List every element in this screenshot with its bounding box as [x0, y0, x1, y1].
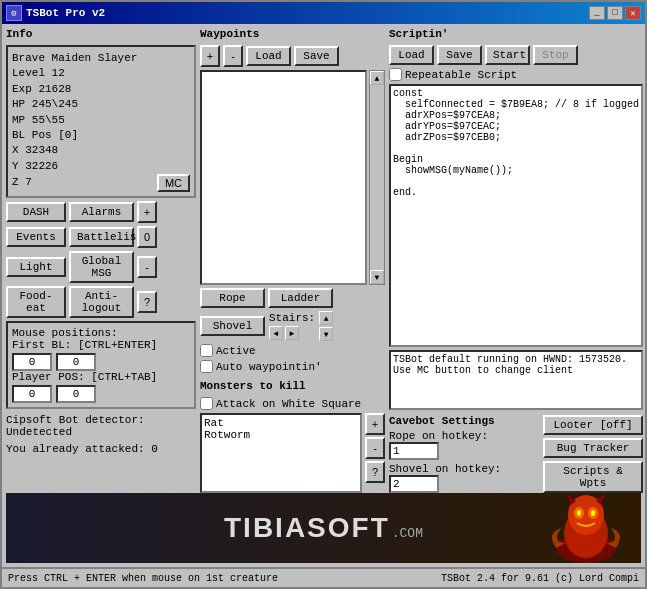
scripts-wpts-button[interactable]: Scripts & Wpts	[543, 461, 643, 493]
monster-item-rotworm: Rotworm	[204, 429, 358, 441]
waypoint-area-wrapper: ▲ ▼	[200, 70, 385, 285]
monster-add-button[interactable]: +	[365, 413, 385, 435]
banner-demon-image	[541, 493, 631, 563]
character-z: Z 7	[12, 175, 32, 190]
monster-remove-button[interactable]: -	[365, 437, 385, 459]
shovel-button[interactable]: Shovel	[200, 316, 265, 336]
anti-logout-button[interactable]: Anti-logout	[69, 286, 134, 318]
z-row: Z 7 MC	[12, 174, 190, 192]
stairs-updown: ▲ ▼	[319, 311, 333, 341]
light-button[interactable]: Light	[6, 257, 66, 277]
looter-button[interactable]: Looter [off]	[543, 415, 643, 435]
main-content: Info Brave Maiden Slayer Level 12 Exp 21…	[2, 24, 645, 567]
repeatable-label[interactable]: Repeatable Script	[389, 68, 643, 81]
ladder-button[interactable]: Ladder	[268, 288, 333, 308]
dash-button[interactable]: DASH	[6, 202, 66, 222]
script-stop-button[interactable]: Stop	[533, 45, 578, 65]
banner-com-text: .COM	[392, 526, 423, 541]
waypoint-save-button[interactable]: Save	[294, 46, 339, 66]
first-bl-y[interactable]	[56, 353, 96, 371]
scriptin-label: Scriptin'	[389, 28, 643, 40]
player-pos-coords	[12, 385, 190, 403]
log-area[interactable]: TSBot default running on HWND: 1573520. …	[389, 350, 643, 410]
bug-tracker-button[interactable]: Bug Tracker	[543, 438, 643, 458]
first-bl-coords	[12, 353, 190, 371]
script-btn-row: Load Save Start Stop	[389, 45, 643, 65]
active-label: Active	[216, 345, 256, 357]
mc-button[interactable]: MC	[157, 174, 190, 192]
svg-point-5	[577, 510, 581, 516]
active-checkbox-label[interactable]: Active	[200, 344, 385, 357]
attack-white-square-checkbox[interactable]	[200, 397, 213, 410]
auto-waypoint-checkbox[interactable]	[200, 360, 213, 373]
maximize-button[interactable]: □	[607, 6, 623, 20]
script-save-button[interactable]: Save	[437, 45, 482, 65]
first-bl-label: First BL: [CTRL+ENTER]	[12, 339, 190, 351]
panel-scriptin: Scriptin' Load Save Start Stop Repeatabl…	[389, 28, 643, 493]
repeatable-checkbox[interactable]	[389, 68, 402, 81]
window-title: TSBot Pro v2	[26, 7, 105, 19]
question-button[interactable]: ?	[137, 291, 157, 313]
stairs-up-btn[interactable]: ▲	[319, 311, 333, 325]
active-checkbox[interactable]	[200, 344, 213, 357]
stairs-scroll-row: ◄ ►	[269, 326, 315, 340]
monster-question-button[interactable]: ?	[365, 461, 385, 483]
monsters-list[interactable]: Rat Rotworm	[200, 413, 362, 493]
shovel-hotkey-row: Shovel on hotkey:	[389, 463, 539, 493]
cavebot-buttons: Looter [off] Bug Tracker Scripts & Wpts	[543, 415, 643, 493]
vscroll-down-btn[interactable]: ▼	[370, 270, 384, 284]
battlelist-button[interactable]: Battlelist	[69, 227, 134, 247]
minimize-button[interactable]: _	[589, 6, 605, 20]
rope-button[interactable]: Rope	[200, 288, 265, 308]
script-editor[interactable]: const selfConnected = $7B9EA8; // 8 if l…	[389, 84, 643, 347]
status-bar: Press CTRL + ENTER when mouse on 1st cre…	[2, 567, 645, 587]
main-window: ⚙ TSBot Pro v2 _ □ ✕ Info Brave Maiden S…	[0, 0, 647, 589]
attack-white-square-label[interactable]: Attack on White Square	[200, 397, 385, 410]
waypoint-load-button[interactable]: Load	[246, 46, 291, 66]
zero-button[interactable]: 0	[137, 226, 157, 248]
minus1-button[interactable]: -	[137, 256, 157, 278]
player-pos-y[interactable]	[56, 385, 96, 403]
script-load-button[interactable]: Load	[389, 45, 434, 65]
top-section: Info Brave Maiden Slayer Level 12 Exp 21…	[6, 28, 641, 493]
script-start-button[interactable]: Start	[485, 45, 530, 65]
plus1-button[interactable]: +	[137, 201, 157, 223]
script-content: const selfConnected = $7B9EA8; // 8 if l…	[393, 88, 639, 198]
cavebot-left: Cavebot Settings Rope on hotkey: Shovel …	[389, 415, 539, 493]
panel-info: Info Brave Maiden Slayer Level 12 Exp 21…	[6, 28, 196, 493]
food-eat-button[interactable]: Food-eat	[6, 286, 66, 318]
waypoint-remove-button[interactable]: -	[223, 45, 243, 67]
waypoint-add-button[interactable]: +	[200, 45, 220, 67]
stairs-down-btn[interactable]: ▼	[319, 327, 333, 341]
character-exp: Exp 21628	[12, 82, 190, 97]
status-left: Press CTRL + ENTER when mouse on 1st cre…	[8, 573, 278, 584]
banner-content: TIBIASOFT .COM	[224, 512, 423, 544]
events-button[interactable]: Events	[6, 227, 66, 247]
player-pos-label: Player POS: [CTRL+TAB]	[12, 371, 190, 383]
log-content: TSBot default running on HWND: 1573520. …	[393, 354, 639, 376]
alarms-button[interactable]: Alarms	[69, 202, 134, 222]
waypoint-list[interactable]	[200, 70, 367, 285]
shovel-hotkey-input[interactable]	[389, 475, 439, 493]
close-button[interactable]: ✕	[625, 6, 641, 20]
character-hp: HP 245\245	[12, 97, 190, 112]
player-pos-x[interactable]	[12, 385, 52, 403]
stairs-group: Stairs: ◄ ►	[269, 312, 315, 340]
stairs-right-btn[interactable]: ►	[285, 326, 299, 340]
svg-point-6	[591, 510, 595, 516]
cavebot-label: Cavebot Settings	[389, 415, 539, 427]
status-right: TSBot 2.4 for 9.61 (c) Lord Compi	[441, 573, 639, 584]
mouse-positions-box: Mouse positions: First BL: [CTRL+ENTER] …	[6, 321, 196, 409]
cipsoft-line1: Cipsoft Bot detector: Undetected	[6, 414, 196, 438]
stairs-left-btn[interactable]: ◄	[269, 326, 283, 340]
btn-row-4: Food-eat Anti-logout ?	[6, 286, 196, 318]
auto-waypoint-checkbox-label[interactable]: Auto waypointin'	[200, 360, 385, 373]
rope-hotkey-label: Rope on hotkey:	[389, 430, 539, 442]
rope-hotkey-input[interactable]	[389, 442, 439, 460]
first-bl-x[interactable]	[12, 353, 52, 371]
global-msg-button[interactable]: Global MSG	[69, 251, 134, 283]
vscroll-up-btn[interactable]: ▲	[370, 71, 384, 85]
title-bar: ⚙ TSBot Pro v2 _ □ ✕	[2, 2, 645, 24]
panel-waypoints: Waypoints + - Load Save ▲ ▼	[200, 28, 385, 493]
monsters-label: Monsters to kill	[200, 380, 385, 392]
